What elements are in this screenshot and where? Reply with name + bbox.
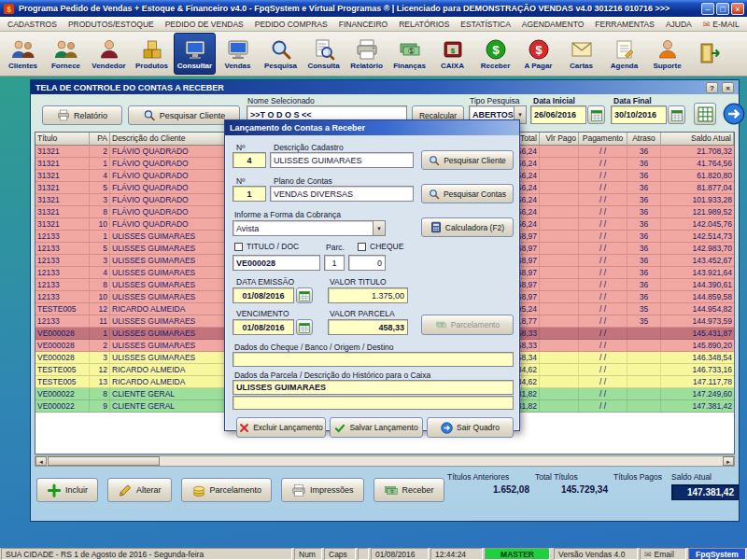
toolbar-button-financ-as[interactable]: $Finanças <box>388 33 430 75</box>
menu-item-cadastros[interactable]: CADASTROS <box>2 18 63 31</box>
form-close-button[interactable]: × <box>722 82 734 93</box>
parcelamento-button[interactable]: Parcelamento <box>181 478 273 502</box>
alterar-button[interactable]: Alterar <box>107 478 172 502</box>
toolbar-button-produtos[interactable]: Produtos <box>131 33 173 75</box>
receber-button[interactable]: $Receber <box>374 478 444 502</box>
summary-titulos-pagos: Títulos Pagos <box>613 472 666 484</box>
menu-item-agendamento[interactable]: AGENDAMENTO <box>516 18 589 31</box>
toolbar-button-pesquisa[interactable]: Pesquisa <box>260 33 302 75</box>
delete-x-icon <box>239 423 249 433</box>
calculadora-button[interactable]: Calculadora (F2) <box>421 217 514 237</box>
status-email[interactable]: ✉Email <box>640 548 686 560</box>
forma-cobranca-select[interactable]: Avista ▼ <box>233 220 386 236</box>
toolbar-button-vendedor[interactable]: Vendedor <box>88 33 130 75</box>
scroll-left-icon[interactable]: ◄ <box>35 456 47 466</box>
report-button[interactable]: Relatório <box>42 105 122 125</box>
data-inicial-field[interactable]: 26/06/2016 <box>530 105 586 124</box>
toolbar-button-caixa[interactable]: $CAIXA <box>431 33 473 75</box>
go-button[interactable] <box>722 102 746 126</box>
valor-parcela-field[interactable]: 458,33 <box>328 319 408 335</box>
toolbar-button-exit[interactable] <box>689 33 731 75</box>
form-help-button[interactable]: ? <box>706 82 718 93</box>
search-client-button[interactable]: Pesquisar Cliente <box>128 105 240 125</box>
summary-titulos-anteriores: Títulos Anteriores1.652,08 <box>447 472 529 495</box>
toolbar-button-relato-rio[interactable]: Relatório <box>345 33 388 75</box>
menu-item-produtos-estoque[interactable]: PRODUTOS/ESTOQUE <box>63 18 160 31</box>
cheque-checkbox[interactable]: CHEQUE <box>358 242 403 251</box>
spreadsheet-icon <box>698 106 713 122</box>
window-title: Programa Pedido de Vendas + Estoque & Fi… <box>19 4 698 13</box>
parcelamento-button[interactable]: $ Parcelamento <box>421 315 514 335</box>
dollargreen-icon: $ <box>484 38 508 61</box>
data-emissao-calendar-button[interactable] <box>296 287 313 303</box>
menu-item-pedido-compras[interactable]: PEDIDO COMPRAS <box>249 18 333 31</box>
scroll-right-icon[interactable]: ► <box>723 456 734 466</box>
menu-item-estati-stica[interactable]: ESTATÍSTICA <box>455 18 516 31</box>
dialog-title-bar[interactable]: Lançamento do Contas a Receber <box>225 120 519 135</box>
toolbar-button-clientes[interactable]: Clientes <box>2 33 44 75</box>
horizontal-scrollbar[interactable]: ◄ ► <box>35 455 735 467</box>
summary-label: Total Títulos <box>535 472 608 482</box>
minimize-button[interactable]: – <box>701 3 714 15</box>
plano-contas-label: Plano de Contas <box>274 176 332 186</box>
sair-quadro-button[interactable]: Sair Quadro <box>427 417 514 438</box>
menu-item-financeiro[interactable]: FINANCEIRO <box>333 18 393 31</box>
cheque-field[interactable]: 0 <box>348 255 386 271</box>
salvar-lancamento-button[interactable]: Salvar Lançamento <box>330 417 423 438</box>
searchdoc-icon <box>312 38 336 61</box>
desc-cadastro-field[interactable]: ULISSES GUIMARAES <box>270 152 414 168</box>
data-final-calendar-button[interactable] <box>668 105 685 124</box>
titulo-doc-field[interactable]: VE000028 <box>233 255 320 271</box>
vencimento-field[interactable]: 01/08/2016 <box>233 319 294 335</box>
menu-item-ferramentas[interactable]: FERRAMENTAS <box>589 18 660 31</box>
search-icon <box>269 38 293 61</box>
agenda-icon <box>613 38 637 61</box>
pesquisar-contas-button[interactable]: Pesquisar Contas <box>421 184 514 203</box>
chevron-down-icon[interactable]: ▼ <box>373 221 385 235</box>
n2-field[interactable]: 1 <box>233 186 266 202</box>
excluir-lancamento-button[interactable]: Excluir Lançamento <box>236 417 326 438</box>
data-inicial-calendar-button[interactable] <box>587 105 605 124</box>
menu-item-relato-rios[interactable]: RELATÓRIOS <box>393 18 455 31</box>
parc-label: Parc. <box>326 243 345 252</box>
data-emissao-field[interactable]: 01/08/2016 <box>233 287 294 303</box>
vencimento-calendar-button[interactable] <box>296 319 313 335</box>
toolbar-button-cartas[interactable]: Cartas <box>560 33 602 75</box>
n1-field[interactable]: 4 <box>233 152 266 168</box>
parc-field[interactable]: 1 <box>324 255 345 271</box>
data-final-field[interactable]: 30/10/2016 <box>611 105 667 124</box>
toolbar-button-a-pagar[interactable]: $A Pagar <box>517 33 559 75</box>
valor-titulo-field[interactable]: 1.375,00 <box>328 287 408 303</box>
menu-item-ajuda[interactable]: AJUDA <box>660 18 698 31</box>
money-icon: $ <box>398 38 422 61</box>
incluir-button[interactable]: Incluir <box>36 478 98 502</box>
toolbar-button-vendas[interactable]: Vendas <box>217 33 259 75</box>
form-title: TELA DE CONTROLE DO CONTAS A RECEBER <box>35 83 224 92</box>
monitor-icon <box>226 38 250 61</box>
dados-parcela-field-2[interactable] <box>233 396 514 410</box>
toolbar-button-fornece[interactable]: Fornece <box>45 33 87 75</box>
scrollbar-thumb[interactable] <box>48 456 160 466</box>
toolbar-button-receber[interactable]: $Receber <box>474 33 516 75</box>
summary-value: 145.729,34 <box>535 484 608 495</box>
maximize-button[interactable]: □ <box>716 3 729 15</box>
menu-item-e-mail[interactable]: ✉E-MAIL <box>698 18 745 31</box>
close-button[interactable]: × <box>731 3 744 15</box>
titulo-doc-checkbox[interactable]: TITULO / DOC <box>234 242 299 251</box>
dados-cheque-field[interactable] <box>233 352 514 367</box>
n2-label: Nº <box>236 176 245 186</box>
toolbar-button-consulta[interactable]: Consulta <box>303 33 345 75</box>
menu-item-pedido-de-vendas[interactable]: PEDIDO DE VENDAS <box>160 18 249 31</box>
status-spacer <box>358 548 369 560</box>
exit-icon <box>698 42 723 64</box>
export-grid-button[interactable] <box>694 103 716 125</box>
dados-parcela-field[interactable]: ULISSES GUIMARAES <box>233 380 514 395</box>
pesquisar-cliente-button[interactable]: Pesquisar Cliente <box>421 150 514 170</box>
toolbar-button-agenda[interactable]: Agenda <box>603 33 645 75</box>
toolbar-button-consultar[interactable]: Consultar <box>174 33 216 75</box>
toolbar-button-suporte[interactable]: Suporte <box>646 33 688 75</box>
status-date: 01/08/2016 <box>371 548 429 560</box>
impresso-es-button[interactable]: Impressões <box>281 478 364 502</box>
dialog-title: Lançamento do Contas a Receber <box>230 123 365 133</box>
plano-contas-field[interactable]: VENDAS DIVERSAS <box>270 186 414 202</box>
